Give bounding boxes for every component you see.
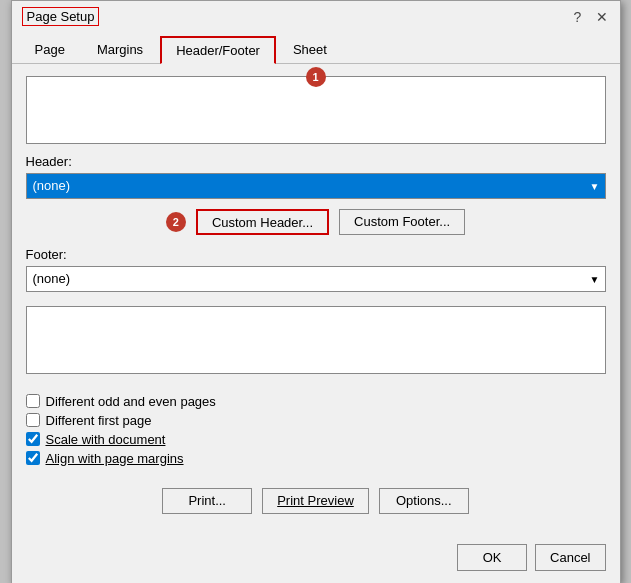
checkbox-align: Align with page margins (26, 451, 606, 466)
header-dropdown-wrapper: (none) ▼ (26, 173, 606, 199)
tab-sheet[interactable]: Sheet (278, 36, 342, 64)
page-setup-dialog: Page Setup ? ✕ Page Margins Header/Foote… (11, 0, 621, 583)
close-button[interactable]: ✕ (592, 7, 612, 27)
checkbox-first-page-input[interactable] (26, 413, 40, 427)
checkbox-align-input[interactable] (26, 451, 40, 465)
footer-label: Footer: (26, 247, 606, 262)
tab-page[interactable]: Page (20, 36, 80, 64)
checkbox-odd-even-label: Different odd and even pages (46, 394, 216, 409)
checkbox-first-page-label: Different first page (46, 413, 152, 428)
title-bar-controls: ? ✕ (568, 7, 612, 27)
tab-header-footer[interactable]: Header/Footer (160, 36, 276, 64)
ok-button[interactable]: OK (457, 544, 527, 571)
step2-badge: 2 (166, 212, 186, 232)
header-dropdown[interactable]: (none) (26, 173, 606, 199)
tab-bar: Page Margins Header/Footer Sheet (12, 31, 620, 64)
checkbox-first-page: Different first page (26, 413, 606, 428)
header-label: Header: (26, 154, 606, 169)
custom-footer-button[interactable]: Custom Footer... (339, 209, 465, 235)
tab-content: 1 Header: (none) ▼ 2 Custom Header... Cu… (12, 64, 620, 538)
checkbox-scale-input[interactable] (26, 432, 40, 446)
ok-cancel-row: OK Cancel (12, 538, 620, 583)
cancel-button[interactable]: Cancel (535, 544, 605, 571)
help-button[interactable]: ? (568, 7, 588, 27)
checkbox-scale-label: Scale with document (46, 432, 166, 447)
tab-margins[interactable]: Margins (82, 36, 158, 64)
checkbox-scale: Scale with document (26, 432, 606, 447)
action-buttons-row: Print... Print Preview Options... (26, 480, 606, 526)
checkbox-align-label: Align with page margins (46, 451, 184, 466)
print-button[interactable]: Print... (162, 488, 252, 514)
print-preview-button[interactable]: Print Preview (262, 488, 369, 514)
title-bar: Page Setup ? ✕ (12, 1, 620, 31)
custom-buttons-row: 2 Custom Header... Custom Footer... (26, 209, 606, 235)
custom-header-button[interactable]: Custom Header... (196, 209, 329, 235)
checkbox-odd-even: Different odd and even pages (26, 394, 606, 409)
options-button[interactable]: Options... (379, 488, 469, 514)
footer-dropdown-wrapper: (none) ▼ (26, 266, 606, 292)
checkbox-odd-even-input[interactable] (26, 394, 40, 408)
dialog-title: Page Setup (22, 7, 100, 26)
footer-dropdown[interactable]: (none) (26, 266, 606, 292)
footer-preview-box (26, 306, 606, 374)
options-checkboxes: Different odd and even pages Different f… (26, 394, 606, 466)
header-preview-box: 1 (26, 76, 606, 144)
step1-badge: 1 (306, 67, 326, 87)
